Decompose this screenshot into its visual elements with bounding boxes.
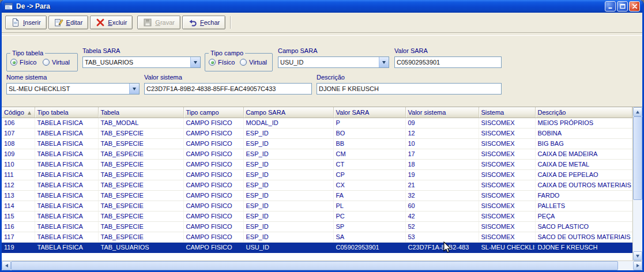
titlebar[interactable]: De -> Para xyxy=(2,0,642,13)
grid-cell: SISCOMEX xyxy=(479,232,535,242)
arrow-up-icon xyxy=(636,111,639,114)
grid-cell: 42 xyxy=(405,211,479,221)
grid-cell: TABELA FISICA xyxy=(35,201,98,211)
valor-sara-label: Valor SARA xyxy=(394,47,428,54)
grid-cell: 32 xyxy=(405,190,479,201)
nome-sistema-combobox[interactable]: SL-MEU CHECKLIST xyxy=(6,83,140,95)
table-row[interactable]: 107TABELA FISICATAB_ESPECIECAMPO FISICOE… xyxy=(2,128,632,138)
vertical-scrollbar[interactable] xyxy=(632,107,642,260)
tipo-campo-virtual-radio[interactable]: Virtual xyxy=(240,59,267,66)
grid-cell: PL xyxy=(333,201,405,211)
scroll-down-button[interactable] xyxy=(633,251,642,260)
grid-cell: CAIXA DE OUTROS MATERIAIS xyxy=(535,180,632,190)
vertical-scrollbar-track[interactable] xyxy=(633,116,642,251)
maximize-button[interactable] xyxy=(617,1,628,12)
horizontal-scrollbar-thumb[interactable] xyxy=(11,261,618,270)
grid-cell: 53 xyxy=(405,232,479,242)
campo-sara-combobox[interactable]: USU_ID xyxy=(278,56,389,68)
tipo-campo-fisico-radio[interactable]: Físico xyxy=(209,59,235,66)
column-header-label: Tipo tabela xyxy=(37,109,69,116)
grid-cell: CAMPO FISICO xyxy=(183,180,243,190)
grid-cell: TAB_ESPECIE xyxy=(98,232,183,242)
grid-cell: SISCOMEX xyxy=(479,149,535,159)
tipo-tabela-virtual-radio[interactable]: Virtual xyxy=(43,59,70,66)
grid-cell: BOBINA xyxy=(535,128,632,138)
grid-cell: CAMPO FISICO xyxy=(183,149,243,159)
column-header[interactable]: Tipo campo xyxy=(183,107,243,118)
vertical-scrollbar-thumb[interactable] xyxy=(633,116,642,200)
table-row[interactable]: 115TABELA FISICATAB_ESPECIECAMPO FISICOE… xyxy=(2,211,632,221)
grid-cell: SISCOMEX xyxy=(479,201,535,211)
fechar-button[interactable]: Fechar xyxy=(182,16,225,29)
column-header[interactable]: Tipo tabela xyxy=(35,107,98,118)
excluir-button[interactable]: Excluir xyxy=(90,16,133,29)
grid-cell: TAB_MODAL xyxy=(98,118,183,128)
table-row[interactable]: 117TABELA FISICATAB_ESPECIECAMPO FISICOE… xyxy=(2,232,632,242)
tabela-sara-combobox[interactable]: TAB_USUARIOS xyxy=(82,56,201,68)
horizontal-scrollbar-track[interactable] xyxy=(11,261,633,270)
campo-sara-value: USU_ID xyxy=(278,57,379,67)
nome-sistema-dropdown-icon[interactable] xyxy=(129,84,139,94)
horizontal-scrollbar[interactable] xyxy=(2,260,642,270)
scroll-left-button[interactable] xyxy=(2,261,11,270)
descricao-label: Descrição xyxy=(317,74,345,81)
grid-cell: TAB_ESPECIE xyxy=(98,201,183,211)
table-row[interactable]: 108TABELA FISICATAB_ESPECIECAMPO FISICOE… xyxy=(2,138,632,149)
grid-cell: 108 xyxy=(2,138,35,149)
table-row[interactable]: 113TABELA FISICATAB_ESPECIECAMPO FISICOE… xyxy=(2,190,632,201)
table-row[interactable]: 114TABELA FISICATAB_ESPECIECAMPO FISICOE… xyxy=(2,201,632,211)
grid-header-row: CódigoTipo tabelaTabelaTipo campoCampo S… xyxy=(2,107,632,118)
column-header[interactable]: Descrição xyxy=(535,107,632,118)
valor-sara-input[interactable] xyxy=(394,56,502,68)
grid-cell: SISCOMEX xyxy=(479,190,535,201)
close-icon xyxy=(632,3,638,9)
grid-cell: CAMPO FISICO xyxy=(183,169,243,180)
table-row[interactable]: 109TABELA FISICATAB_ESPECIECAMPO FISICOE… xyxy=(2,149,632,159)
column-header[interactable]: Campo SARA xyxy=(243,107,333,118)
grid-cell: CAMPO FISICO xyxy=(183,118,243,128)
column-header[interactable]: Valor sistema xyxy=(405,107,479,118)
arrow-left-icon xyxy=(5,264,8,267)
grid-cell: TAB_USUARIOS xyxy=(98,242,183,252)
grid-cell: TAB_ESPECIE xyxy=(98,138,183,149)
grid-cell: 114 xyxy=(2,201,35,211)
scroll-right-button[interactable] xyxy=(633,261,642,270)
grid-cell: 21 xyxy=(405,180,479,190)
tabela-sara-dropdown-icon[interactable] xyxy=(190,57,200,67)
descricao-input[interactable] xyxy=(317,83,502,95)
column-header[interactable]: Sistema xyxy=(479,107,535,118)
table-row[interactable]: 119TABELA FISICATAB_USUARIOSCAMPO FISICO… xyxy=(2,242,632,252)
table-row[interactable]: 111TABELA FISICATAB_ESPECIECAMPO FISICOE… xyxy=(2,169,632,180)
grid-cell: TAB_ESPECIE xyxy=(98,159,183,169)
minimize-button[interactable] xyxy=(605,1,616,12)
table-row[interactable]: 112TABELA FISICATAB_ESPECIECAMPO FISICOE… xyxy=(2,180,632,190)
column-header[interactable]: Tabela xyxy=(98,107,183,118)
grid-cell: CAMPO FISICO xyxy=(183,138,243,149)
grid-viewport: CódigoTipo tabelaTabelaTipo campoCampo S… xyxy=(2,107,632,260)
grid-cell: 113 xyxy=(2,190,35,201)
toolbar: Inserir Editar Excluir xyxy=(2,13,642,32)
scroll-up-button[interactable] xyxy=(633,107,642,116)
table-row[interactable]: 116TABELA FISICATAB_ESPECIECAMPO FISICOE… xyxy=(2,221,632,232)
grid-cell: CAMPO FISICO xyxy=(183,159,243,169)
column-header[interactable]: Código xyxy=(2,107,35,118)
radio-label-fisico: Físico xyxy=(218,59,235,66)
grid-cell: ESP_ID xyxy=(243,232,333,242)
tipo-tabela-fisico-radio[interactable]: Físico xyxy=(10,59,36,66)
campo-sara-dropdown-icon[interactable] xyxy=(379,57,389,67)
grid-cell: CP xyxy=(333,169,405,180)
grid-cell: 111 xyxy=(2,169,35,180)
inserir-button[interactable]: Inserir xyxy=(5,16,47,29)
table-row[interactable]: 106TABELA FISICATAB_MODALCAMPO FISICOMOD… xyxy=(2,118,632,128)
grid-cell: ESP_ID xyxy=(243,211,333,221)
edit-record-icon xyxy=(54,18,63,27)
tabela-sara-value: TAB_USUARIOS xyxy=(83,57,190,67)
column-header[interactable]: Valor SARA xyxy=(333,107,405,118)
grid-cell: SISCOMEX xyxy=(479,128,535,138)
editar-button[interactable]: Editar xyxy=(48,16,89,29)
table-row[interactable]: 110TABELA FISICATAB_ESPECIECAMPO FISICOE… xyxy=(2,159,632,169)
valor-sistema-input[interactable] xyxy=(144,83,312,95)
grid-cell: TAB_ESPECIE xyxy=(98,211,183,221)
close-button[interactable] xyxy=(629,1,640,12)
grid-cell: 110 xyxy=(2,159,35,169)
